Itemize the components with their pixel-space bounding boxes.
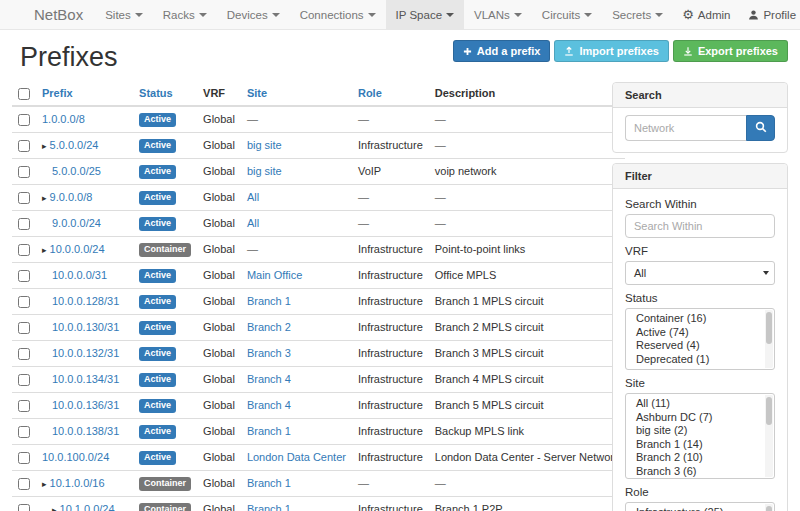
- search-within-input[interactable]: [625, 214, 775, 238]
- site-link[interactable]: Branch 3: [247, 347, 291, 359]
- site-listbox[interactable]: All (11)Ashburn DC (7)big site (2)Branch…: [625, 393, 775, 479]
- caret-down-icon: [446, 13, 454, 17]
- site-option[interactable]: Ashburn DC (7): [626, 411, 774, 425]
- site-option[interactable]: Branch 2 (10): [626, 451, 774, 465]
- prefix-link[interactable]: 10.0.100.0/24: [42, 451, 109, 463]
- status-option[interactable]: Container (16): [626, 312, 774, 326]
- status-option[interactable]: Reserved (4): [626, 339, 774, 353]
- nav-item-circuits[interactable]: Circuits: [532, 0, 602, 29]
- nav-item-admin[interactable]: ⚙Admin: [673, 0, 739, 29]
- site-link[interactable]: Branch 1: [247, 295, 291, 307]
- site-link[interactable]: London Data Center: [247, 451, 346, 463]
- page-title: Prefixes: [20, 42, 118, 72]
- row-checkbox[interactable]: [18, 452, 30, 464]
- site-scrollbar: [765, 395, 773, 477]
- site-link[interactable]: Branch 1: [247, 477, 291, 489]
- select-all-checkbox[interactable]: [18, 88, 30, 100]
- row-checkbox[interactable]: [18, 218, 30, 230]
- site-link[interactable]: big site: [247, 139, 282, 151]
- row-checkbox[interactable]: [18, 400, 30, 412]
- role-cell: Infrastructure: [352, 393, 429, 419]
- prefix-link[interactable]: 10.0.0.0/24: [50, 243, 105, 255]
- vrf-cell: Global: [197, 367, 241, 393]
- nav-item-sites[interactable]: Sites: [95, 0, 153, 29]
- prefix-link[interactable]: 10.0.0.130/31: [52, 321, 119, 333]
- brand-logo[interactable]: NetBox: [22, 0, 95, 29]
- nav-item-label: Circuits: [542, 9, 580, 21]
- site-option[interactable]: Branch 4 (12): [626, 478, 774, 479]
- site-link[interactable]: All: [247, 191, 259, 203]
- site-option[interactable]: Branch 3 (6): [626, 465, 774, 479]
- row-checkbox[interactable]: [18, 140, 30, 152]
- row-checkbox[interactable]: [18, 166, 30, 178]
- caret-down-icon: [272, 13, 280, 17]
- vrf-select[interactable]: All: [625, 261, 775, 285]
- prefix-link[interactable]: 10.1.0.0/24: [60, 503, 115, 511]
- row-checkbox[interactable]: [18, 504, 30, 511]
- prefix-link[interactable]: 10.1.0.0/16: [50, 477, 105, 489]
- nav-item-devices[interactable]: Devices: [217, 0, 290, 29]
- prefix-link[interactable]: 9.0.0.0/24: [52, 217, 101, 229]
- row-checkbox[interactable]: [18, 114, 30, 126]
- status-option[interactable]: Active (74): [626, 326, 774, 340]
- prefix-link[interactable]: 10.0.0.128/31: [52, 295, 119, 307]
- site-scrollbar-thumb[interactable]: [766, 397, 772, 425]
- prefix-link[interactable]: 10.0.0.0/31: [52, 269, 107, 281]
- search-button[interactable]: [746, 115, 775, 141]
- prefix-link[interactable]: 9.0.0.0/8: [50, 191, 93, 203]
- prefix-link[interactable]: 10.0.0.134/31: [52, 373, 119, 385]
- prefix-link[interactable]: 5.0.0.0/25: [52, 165, 101, 177]
- nav-item-connections[interactable]: Connections: [290, 0, 386, 29]
- site-link[interactable]: Branch 1: [247, 503, 291, 511]
- prefix-link[interactable]: 10.0.0.138/31: [52, 425, 119, 437]
- nav-item-label: Sites: [105, 9, 131, 21]
- search-input[interactable]: [625, 115, 746, 141]
- role-cell: Infrastructure: [352, 315, 429, 341]
- sort-link-prefix[interactable]: Prefix: [42, 87, 73, 99]
- role-listbox[interactable]: Infrastructure (25)Management (8)Private…: [625, 502, 775, 511]
- row-checkbox[interactable]: [18, 244, 30, 256]
- site-link[interactable]: Branch 4: [247, 399, 291, 411]
- prefix-link[interactable]: 5.0.0.0/24: [50, 139, 99, 151]
- site-option[interactable]: big site (2): [626, 424, 774, 438]
- nav-item-vlans[interactable]: VLANs: [464, 0, 532, 29]
- import-prefixes-button[interactable]: Import prefixes: [554, 40, 668, 62]
- vrf-cell: Global: [197, 341, 241, 367]
- add-a-prefix-button[interactable]: Add a prefix: [453, 40, 551, 62]
- prefix-link[interactable]: 10.0.0.132/31: [52, 347, 119, 359]
- site-option[interactable]: Branch 1 (14): [626, 438, 774, 452]
- sort-link-site[interactable]: Site: [247, 87, 267, 99]
- nav-item-profile[interactable]: Profile: [739, 0, 800, 29]
- export-prefixes-button[interactable]: Export prefixes: [673, 40, 788, 62]
- sort-link-status[interactable]: Status: [139, 87, 173, 99]
- table-row: 5.0.0.0/25ActiveGlobalbig siteVoIPvoip n…: [12, 159, 625, 185]
- row-checkbox[interactable]: [18, 348, 30, 360]
- nav-item-secrets[interactable]: Secrets: [602, 0, 673, 29]
- site-link[interactable]: Branch 1: [247, 425, 291, 437]
- row-checkbox[interactable]: [18, 374, 30, 386]
- site-option[interactable]: All (11): [626, 397, 774, 411]
- description-cell: Point-to-point links: [429, 237, 626, 263]
- status-badge: Active: [139, 191, 176, 205]
- role-scrollbar-thumb[interactable]: [766, 506, 772, 511]
- nav-item-racks[interactable]: Racks: [153, 0, 217, 29]
- row-checkbox[interactable]: [18, 426, 30, 438]
- site-link[interactable]: Main Office: [247, 269, 302, 281]
- row-checkbox[interactable]: [18, 270, 30, 282]
- nav-item-ip-space[interactable]: IP Space: [386, 0, 464, 29]
- site-link[interactable]: All: [247, 217, 259, 229]
- row-checkbox[interactable]: [18, 296, 30, 308]
- site-link[interactable]: Branch 2: [247, 321, 291, 333]
- row-checkbox[interactable]: [18, 322, 30, 334]
- prefix-link[interactable]: 10.0.0.136/31: [52, 399, 119, 411]
- status-listbox[interactable]: Container (16)Active (74)Reserved (4)Dep…: [625, 308, 775, 370]
- status-scrollbar-thumb[interactable]: [766, 312, 772, 344]
- row-checkbox[interactable]: [18, 192, 30, 204]
- status-option[interactable]: Deprecated (1): [626, 353, 774, 367]
- sort-link-role[interactable]: Role: [358, 87, 382, 99]
- site-link[interactable]: Branch 4: [247, 373, 291, 385]
- row-checkbox[interactable]: [18, 478, 30, 490]
- role-option[interactable]: Infrastructure (25): [626, 506, 774, 511]
- site-link[interactable]: big site: [247, 165, 282, 177]
- prefix-link[interactable]: 1.0.0.0/8: [42, 113, 85, 125]
